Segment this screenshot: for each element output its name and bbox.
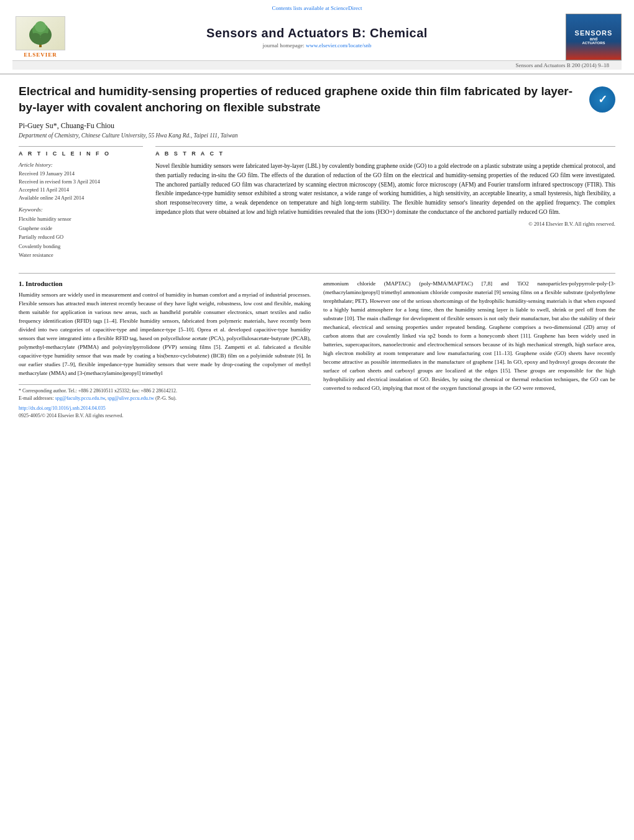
article-info-column: A R T I C L E I N F O Article history: R…: [19, 146, 143, 264]
sciencedirect-banner: Contents lists available at ScienceDirec…: [12, 5, 622, 11]
authors-text: Pi-Guey Su*, Chuang-Fu Chiou: [19, 121, 114, 130]
journal-name-center: Sensors and Actuators B: Chemical journa…: [68, 26, 566, 48]
email-suffix: (P.-G. Su).: [155, 395, 177, 401]
keyword-4: Covalently bonding: [19, 242, 143, 251]
main-content-columns: 1. Introduction Humidity sensors are wid…: [19, 280, 615, 419]
corresponding-footnote: * Corresponding author. Tel.: +886 2 286…: [19, 387, 311, 395]
homepage-link[interactable]: www.elsevier.com/locate/snb: [306, 42, 371, 48]
crossmark-icon: ✓: [598, 93, 607, 106]
available-date: Available online 24 April 2014: [19, 194, 143, 202]
abstract-text: Novel flexible humidity sensors were fab…: [155, 162, 615, 216]
corresponding-text: * Corresponding author. Tel.: +886 2 286…: [19, 388, 177, 394]
elsevier-logo: ELSEVIER: [12, 16, 68, 58]
abstract-copyright: © 2014 Elsevier B.V. All rights reserved…: [155, 221, 615, 227]
article-title-section: Electrical and humidity-sensing properti…: [19, 83, 615, 115]
journal-title: Sensors and Actuators B: Chemical: [68, 26, 566, 40]
email-footnote: E-mail addresses: spg@faculty.pccu.edu.t…: [19, 395, 311, 402]
article-history: Article history: Received 19 January 201…: [19, 162, 143, 201]
article-title: Electrical and humidity-sensing properti…: [19, 83, 589, 115]
elsevier-logo-image: [16, 16, 65, 50]
citation-bar: Sensors and Actuators B 200 (2014) 9–18: [12, 60, 622, 70]
doi-footnote: http://dx.doi.org/10.1016/j.snb.2014.04.…: [19, 405, 311, 412]
email-label: E-mail addresses:: [19, 395, 54, 401]
authors: Pi-Guey Su*, Chuang-Fu Chiou: [19, 121, 615, 131]
issn-footnote: 0925-4005/© 2014 Elsevier B.V. All right…: [19, 412, 311, 420]
journal-header: Contents lists available at ScienceDirec…: [0, 0, 634, 75]
keyword-2: Graphene oxide: [19, 224, 143, 233]
crossmark-logo[interactable]: ✓: [589, 86, 615, 113]
section-divider: [19, 273, 615, 274]
keywords-label: Keywords:: [19, 206, 143, 213]
keyword-3: Partially reduced GO: [19, 233, 143, 241]
keywords-list: Flexible humidity sensor Graphene oxide …: [19, 215, 143, 259]
email2-link[interactable]: spg@ulive.pccu.edu.tw: [108, 395, 154, 401]
footnote-section: * Corresponding author. Tel.: +886 2 286…: [19, 384, 311, 420]
journal-title-row: ELSEVIER Sensors and Actuators B: Chemic…: [12, 14, 622, 60]
sciencedirect-link[interactable]: ScienceDirect: [331, 5, 362, 11]
keyword-5: Water resistance: [19, 251, 143, 259]
email1-link[interactable]: spg@faculty.pccu.edu.tw: [55, 395, 105, 401]
received-revised-date: Received in revised form 3 April 2014: [19, 178, 143, 186]
affiliation: Department of Chemistry, Chinese Culture…: [19, 132, 615, 139]
elsevier-tree-icon: [22, 19, 59, 47]
intro-right-text: ammonium chloride (MAPTAC) (poly-MMA/MAP…: [323, 280, 615, 392]
intro-heading: 1. Introduction: [19, 280, 311, 287]
history-label: Article history:: [19, 162, 143, 168]
sensors-actuators-logo: SENSORS and ACTUATORS: [566, 14, 622, 60]
svg-point-5: [40, 33, 50, 40]
article-info-label: A R T I C L E I N F O: [19, 150, 143, 157]
main-col-right: ammonium chloride (MAPTAC) (poly-MMA/MAP…: [323, 280, 615, 419]
svg-point-3: [35, 21, 46, 32]
sensors-logo-line3: ACTUATORS: [582, 41, 605, 45]
svg-point-4: [30, 33, 40, 40]
abstract-column: A B S T R A C T Novel flexible humidity …: [155, 146, 615, 264]
keyword-1: Flexible humidity sensor: [19, 215, 143, 223]
article-body: Electrical and humidity-sensing properti…: [0, 75, 634, 426]
article-info-abstract: A R T I C L E I N F O Article history: R…: [19, 146, 615, 264]
journal-homepage: journal homepage: www.elsevier.com/locat…: [68, 42, 566, 48]
intro-left-text: Humidity sensors are widely used in meas…: [19, 291, 311, 377]
elsevier-label: ELSEVIER: [24, 52, 57, 58]
abstract-label: A B S T R A C T: [155, 150, 615, 157]
citation-text: Sensors and Actuators B 200 (2014) 9–18: [516, 62, 610, 68]
page: Contents lists available at ScienceDirec…: [0, 0, 634, 840]
main-col-left: 1. Introduction Humidity sensors are wid…: [19, 280, 311, 419]
received-date: Received 19 January 2014: [19, 170, 143, 178]
keywords-section: Keywords: Flexible humidity sensor Graph…: [19, 206, 143, 259]
sensors-logo-line1: SENSORS: [575, 29, 613, 37]
doi-link[interactable]: http://dx.doi.org/10.1016/j.snb.2014.04.…: [19, 405, 106, 411]
accepted-date: Accepted 11 April 2014: [19, 186, 143, 194]
sensors-logo-line2: and: [590, 37, 597, 41]
